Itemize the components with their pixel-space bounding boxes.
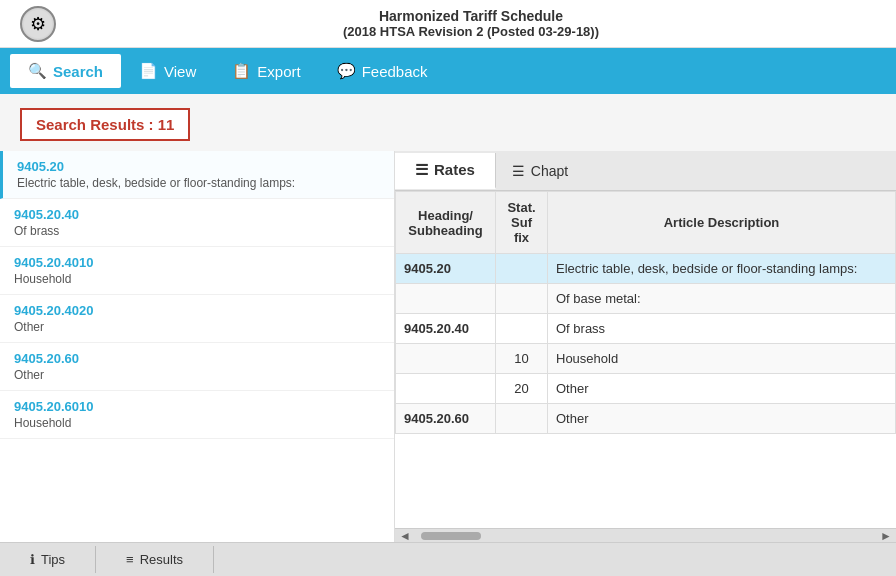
nav-export-label: Export bbox=[257, 63, 300, 80]
item-code[interactable]: 9405.20.60 bbox=[14, 351, 384, 366]
list-item[interactable]: 9405.20.60 Other bbox=[0, 343, 394, 391]
right-panel: ☰ Rates ☰ Chapt Heading/Subheading Stat.… bbox=[395, 151, 896, 542]
table-scroll[interactable]: Heading/Subheading Stat.Suffix Article D… bbox=[395, 191, 896, 528]
table-row: 9405.20.60 Other bbox=[396, 404, 896, 434]
table-row: Of base metal: bbox=[396, 284, 896, 314]
header-title: Harmonized Tariff Schedule (2018 HTSA Re… bbox=[66, 8, 876, 39]
results-badge: Search Results : 11 bbox=[20, 108, 190, 141]
results-bottom-label: Results bbox=[140, 552, 183, 567]
main-layout: 9405.20 Electric table, desk, bedside or… bbox=[0, 151, 896, 542]
row-desc: Other bbox=[548, 404, 896, 434]
item-code[interactable]: 9405.20.4020 bbox=[14, 303, 384, 318]
col-desc: Article Description bbox=[548, 192, 896, 254]
row-code[interactable]: 9405.20.40 bbox=[396, 314, 496, 344]
col-suffix: Stat.Suffix bbox=[496, 192, 548, 254]
row-code bbox=[396, 374, 496, 404]
header: ⚙ Harmonized Tariff Schedule (2018 HTSA … bbox=[0, 0, 896, 48]
item-code[interactable]: 9405.20.4010 bbox=[14, 255, 384, 270]
content-area: Search Results : 11 9405.20 Electric tab… bbox=[0, 94, 896, 576]
data-table: Heading/Subheading Stat.Suffix Article D… bbox=[395, 191, 896, 434]
left-panel-scroll[interactable]: 9405.20 Electric table, desk, bedside or… bbox=[0, 151, 394, 542]
nav-tab-search[interactable]: 🔍 Search bbox=[10, 54, 121, 88]
row-code bbox=[396, 284, 496, 314]
results-header: Search Results : 11 bbox=[0, 94, 896, 151]
tips-label: Tips bbox=[41, 552, 65, 567]
list-item[interactable]: 9405.20.6010 Household bbox=[0, 391, 394, 439]
nav-tab-feedback[interactable]: 💬 Feedback bbox=[319, 54, 446, 88]
logo-icon: ⚙ bbox=[20, 6, 56, 42]
list-item[interactable]: 9405.20.4010 Household bbox=[0, 247, 394, 295]
row-suffix bbox=[496, 284, 548, 314]
chap-label: Chapt bbox=[531, 163, 568, 179]
rates-icon: ☰ bbox=[415, 161, 428, 179]
horizontal-scrollbar[interactable]: ◄ ► bbox=[395, 528, 896, 542]
feedback-nav-icon: 💬 bbox=[337, 62, 356, 80]
item-code[interactable]: 9405.20.6010 bbox=[14, 399, 384, 414]
nav-feedback-label: Feedback bbox=[362, 63, 428, 80]
list-item[interactable]: 9405.20.4020 Other bbox=[0, 295, 394, 343]
results-button[interactable]: ≡ Results bbox=[96, 546, 214, 573]
navbar: 🔍 Search 📄 View 📋 Export 💬 Feedback bbox=[0, 48, 896, 94]
view-nav-icon: 📄 bbox=[139, 62, 158, 80]
table-row: 20 Other bbox=[396, 374, 896, 404]
tips-button[interactable]: ℹ Tips bbox=[0, 546, 96, 573]
row-code[interactable]: 9405.20 bbox=[396, 254, 496, 284]
item-desc: Electric table, desk, bedside or floor-s… bbox=[17, 176, 384, 190]
row-suffix bbox=[496, 314, 548, 344]
row-desc: Household bbox=[548, 344, 896, 374]
bottom-bar: ℹ Tips ≡ Results bbox=[0, 542, 896, 576]
row-suffix bbox=[496, 254, 548, 284]
item-desc: Household bbox=[14, 272, 384, 286]
results-label: Search Results : bbox=[36, 116, 158, 133]
list-item[interactable]: 9405.20 Electric table, desk, bedside or… bbox=[0, 151, 394, 199]
row-desc: Of brass bbox=[548, 314, 896, 344]
row-code[interactable]: 9405.20.60 bbox=[396, 404, 496, 434]
rates-tabbar: ☰ Rates ☰ Chapt bbox=[395, 151, 896, 191]
row-desc: Other bbox=[548, 374, 896, 404]
item-desc: Other bbox=[14, 320, 384, 334]
table-row: 9405.20.40 Of brass bbox=[396, 314, 896, 344]
item-code[interactable]: 9405.20.40 bbox=[14, 207, 384, 222]
rates-tab[interactable]: ☰ Rates bbox=[395, 153, 496, 189]
row-desc: Of base metal: bbox=[548, 284, 896, 314]
col-heading: Heading/Subheading bbox=[396, 192, 496, 254]
results-icon: ≡ bbox=[126, 552, 134, 567]
hscroll-thumb[interactable] bbox=[421, 532, 481, 540]
item-desc: Other bbox=[14, 368, 384, 382]
search-nav-icon: 🔍 bbox=[28, 62, 47, 80]
left-panel: 9405.20 Electric table, desk, bedside or… bbox=[0, 151, 395, 542]
item-desc: Household bbox=[14, 416, 384, 430]
chapter-tab[interactable]: ☰ Chapt bbox=[496, 155, 584, 187]
tips-icon: ℹ bbox=[30, 552, 35, 567]
list-item[interactable]: 9405.20.40 Of brass bbox=[0, 199, 394, 247]
row-desc: Electric table, desk, bedside or floor-s… bbox=[548, 254, 896, 284]
item-desc: Of brass bbox=[14, 224, 384, 238]
row-code bbox=[396, 344, 496, 374]
results-count: 11 bbox=[158, 116, 175, 133]
rates-label: Rates bbox=[434, 161, 475, 178]
title-line1: Harmonized Tariff Schedule bbox=[379, 8, 563, 24]
chap-icon: ☰ bbox=[512, 163, 525, 179]
nav-tab-view[interactable]: 📄 View bbox=[121, 54, 214, 88]
table-row: 10 Household bbox=[396, 344, 896, 374]
row-suffix: 10 bbox=[496, 344, 548, 374]
row-suffix bbox=[496, 404, 548, 434]
item-code[interactable]: 9405.20 bbox=[17, 159, 384, 174]
export-nav-icon: 📋 bbox=[232, 62, 251, 80]
nav-tab-export[interactable]: 📋 Export bbox=[214, 54, 318, 88]
nav-search-label: Search bbox=[53, 63, 103, 80]
row-suffix: 20 bbox=[496, 374, 548, 404]
nav-view-label: View bbox=[164, 63, 196, 80]
table-row: 9405.20 Electric table, desk, bedside or… bbox=[396, 254, 896, 284]
title-line2: (2018 HTSA Revision 2 (Posted 03-29-18)) bbox=[343, 24, 599, 39]
